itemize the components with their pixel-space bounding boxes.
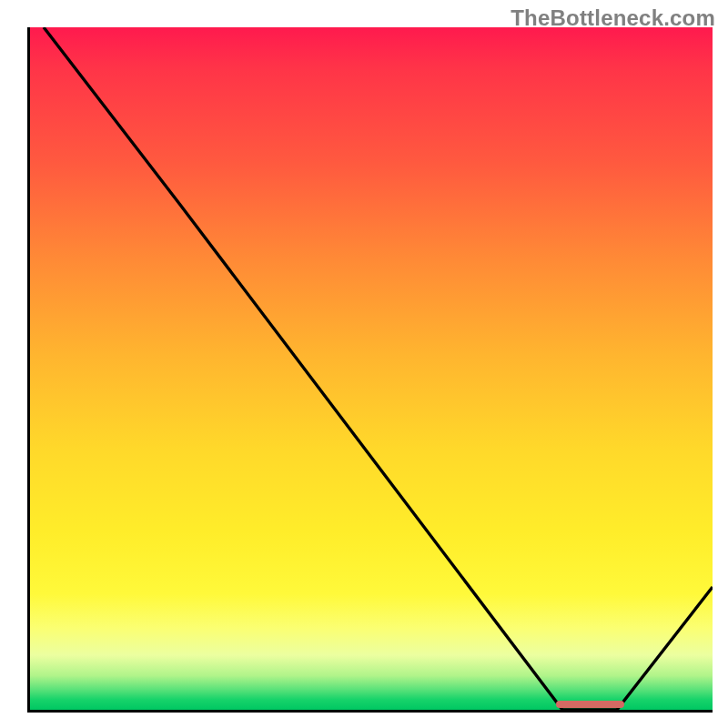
plot-area [27,27,713,713]
chart-frame: TheBottleneck.com [0,0,728,728]
optimal-range-marker [556,701,624,708]
bottleneck-curve [30,27,713,710]
curve-path [44,27,713,710]
